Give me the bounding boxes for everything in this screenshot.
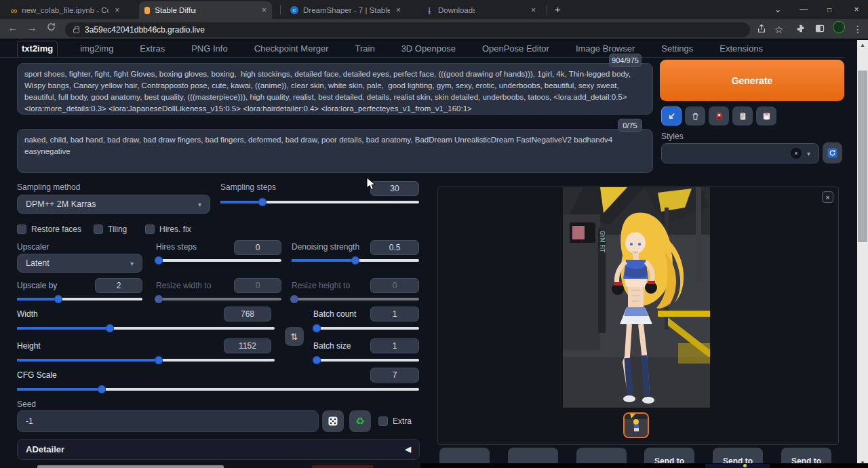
paste-params-arrow-button[interactable] [661,106,682,125]
adetailer-accordion[interactable]: ADetailer ◀ [17,439,420,460]
close-tab-icon[interactable]: × [262,5,267,15]
width-label: Width [17,309,38,319]
prompt-textarea[interactable]: sport shoes, fighter, fight, fight Glove… [17,63,653,115]
checkbox-box[interactable] [94,225,103,234]
tab-txt2img[interactable]: txt2img [17,41,58,57]
gallery-thumbnail[interactable] [623,412,649,438]
random-seed-dice-button[interactable] [322,410,344,432]
close-gallery-icon[interactable]: × [822,191,833,203]
tab-title: new_colab_file.ipynb - Colaborat [22,6,108,14]
clear-styles-icon[interactable]: × [791,148,802,159]
share-icon[interactable] [757,24,766,35]
upscale-by-slider[interactable] [17,294,142,304]
reuse-seed-recycle-button[interactable]: ♻ [349,410,371,432]
sampling-steps-input[interactable]: 30 [370,181,419,196]
generated-image[interactable]: GYM FIT [563,187,710,408]
tab-extras[interactable]: Extras [136,41,169,57]
scroll-up-icon[interactable]: ▲ [857,40,868,50]
close-tab-icon[interactable]: × [115,5,119,15]
cfg-scale-slider[interactable] [17,385,419,394]
sampling-steps-slider[interactable] [220,197,419,207]
denoising-strength-slider[interactable] [292,256,419,265]
styles-dropdown[interactable]: × ▾ [661,143,819,163]
checkbox-box[interactable] [17,225,26,234]
batch-count-label: Batch count [313,309,356,319]
tab-checkpoint-merger[interactable]: Checkpoint Merger [250,41,333,57]
tab-img2img[interactable]: img2img [76,41,117,57]
height-slider[interactable] [17,355,275,365]
url-bar[interactable]: 3a59ec42041dbb46cb.gradio.live [65,22,750,37]
hires-steps-slider[interactable] [156,256,281,265]
kebab-menu-icon[interactable]: ⋮ [853,24,863,35]
window-maximize-button[interactable]: □ [818,0,841,19]
watermark-fragment [705,464,770,468]
generate-button[interactable]: Generate [660,60,844,101]
save-style-floppy-button[interactable] [756,106,776,125]
batch-count-input[interactable]: 1 [370,307,419,321]
tab-settings[interactable]: Settings [657,41,697,57]
extra-networks-card-button[interactable] [709,106,729,125]
width-input[interactable]: 768 [224,307,271,321]
window-minimize-button[interactable]: — [792,0,815,19]
scrollbar-thumb[interactable] [858,71,867,242]
denoising-strength-input[interactable]: 0.5 [370,240,419,255]
tab-openpose-editor[interactable]: OpenPose Editor [478,41,553,57]
tab-3d-openpose[interactable]: 3D Openpose [397,41,460,57]
watermark-spark [743,464,747,467]
extra-seed-checkbox[interactable]: Extra [378,416,412,426]
seed-input[interactable]: -1 [17,410,319,432]
batch-count-slider[interactable] [313,324,419,333]
back-icon[interactable]: ← [5,22,20,33]
download-icon: ⭳ [426,6,433,14]
bookmark-star-icon[interactable]: ☆ [774,24,783,36]
tab-search-chevron-icon[interactable]: ⌄ [766,0,789,19]
tiling-checkbox[interactable]: Tiling [94,225,127,234]
tab-extensions[interactable]: Extensions [715,41,767,57]
tab-png-info[interactable]: PNG Info [187,41,231,57]
checkbox-box[interactable] [145,225,155,234]
width-slider[interactable] [17,324,275,333]
apply-styles-clipboard-button[interactable] [732,106,753,125]
refresh-styles-button[interactable] [823,142,842,163]
sidebar-icon[interactable] [815,24,825,35]
tab-strip-divider [0,57,844,58]
hires-fix-checkbox[interactable]: Hires. fix [145,225,191,234]
swap-dimensions-button[interactable]: ⇅ [285,327,304,346]
extensions-puzzle-icon[interactable] [796,24,806,35]
upscaler-dropdown[interactable]: Latent ▾ [17,254,142,273]
tab-train[interactable]: Train [351,41,379,57]
forward-icon[interactable]: → [24,22,39,33]
browser-tab-dreamshaper[interactable]: c DreamShaper - 7 | Stable Diffusio × [285,1,407,19]
denoising-strength-label: Denoising strength [292,242,359,252]
mouse-cursor [366,177,376,191]
lock-icon [73,28,79,33]
browser-tab-downloads[interactable]: ⭳ Downloads × [420,1,541,19]
negative-prompt-textarea[interactable]: naked, child, bad hand, bad draw, bad dr… [17,129,653,173]
browser-tab-stable-diffusion[interactable]: Stable Diffusion × [139,1,272,19]
batch-size-slider[interactable] [313,355,419,365]
batch-size-input[interactable]: 1 [370,338,419,353]
negative-token-counter: 0/75 [618,119,642,132]
reload-icon[interactable] [43,22,58,33]
hires-fix-label: Hires. fix [159,225,191,234]
height-input[interactable]: 1152 [224,338,271,353]
upscaler-label: Upscaler [17,242,49,252]
hires-steps-label: Hires steps [156,242,197,252]
restore-faces-checkbox[interactable]: Restore faces [17,225,81,234]
hires-steps-input[interactable]: 0 [234,240,281,255]
new-tab-button[interactable]: + [555,3,561,15]
profile-avatar[interactable] [833,21,845,33]
upscale-by-input[interactable]: 2 [95,278,142,293]
browser-tab-colab[interactable]: ∞ new_colab_file.ipynb - Colaborat × [5,1,126,19]
page-scrollbar[interactable]: ▲ ▼ [857,40,868,468]
sampling-method-dropdown[interactable]: DPM++ 2M Karras ▾ [17,195,210,214]
close-tab-icon[interactable]: × [396,5,401,15]
collapse-triangle-icon: ◀ [406,445,411,454]
checkbox-box[interactable] [378,416,388,426]
window-close-button[interactable]: × [845,0,868,19]
close-tab-icon[interactable]: × [531,5,536,15]
prompt-token-counter: 904/975 [609,54,642,67]
cfg-scale-input[interactable]: 7 [370,368,419,383]
clear-prompt-trash-button[interactable] [685,106,705,125]
chevron-down-icon: ▾ [130,260,134,267]
